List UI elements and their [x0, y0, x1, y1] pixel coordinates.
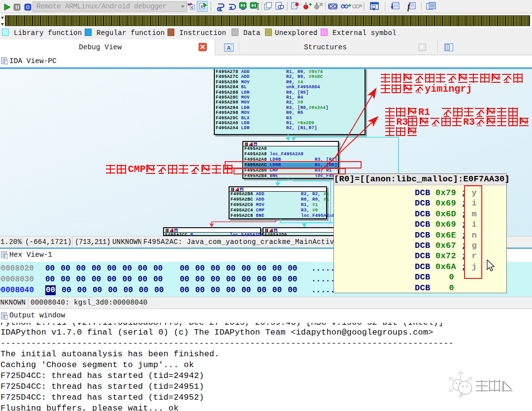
- svg-text:c: c: [200, 4, 203, 9]
- svg-text:c: c: [191, 5, 194, 10]
- svg-text:A: A: [227, 45, 231, 51]
